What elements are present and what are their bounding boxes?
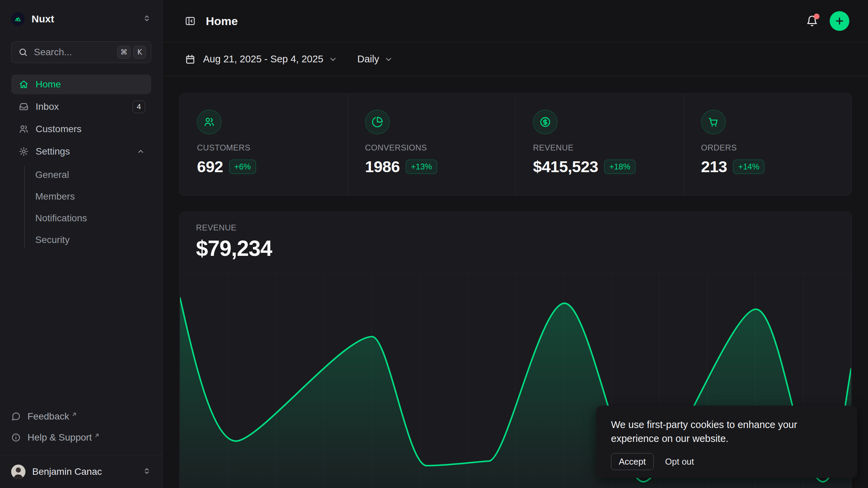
users-icon [19,124,29,134]
opt-out-button[interactable]: Opt out [665,456,694,467]
sidebar-item-label: Home [36,79,145,90]
feedback-label: Feedback [27,411,69,422]
stat-customers[interactable]: CUSTOMERS 692 +6% [180,94,348,195]
message-circle-icon [11,412,21,421]
stat-delta-badge: +18% [604,160,635,174]
sub-item-label: Members [35,191,75,202]
avatar [11,465,25,479]
sidebar-nav: Home Inbox 4 [11,75,151,161]
stat-label: CONVERSIONS [365,143,516,152]
settings-subnav: General Members Notifications Security [11,164,151,251]
sidebar-item-security[interactable]: Security [35,229,151,251]
accept-button[interactable]: Accept [611,453,654,470]
date-range-button[interactable]: Aug 21, 2025 - Sep 4, 2025 [203,54,323,65]
circle-dollar-icon [533,110,557,134]
sidebar-item-general[interactable]: General [35,164,151,186]
collapse-sidebar-icon[interactable] [185,16,196,26]
external-link-icon [71,411,77,418]
stat-label: CUSTOMERS [197,143,348,152]
cookie-message: We use first-party cookies to enhance yo… [611,418,828,446]
nuxt-logo-icon [11,12,25,26]
cookie-banner: We use first-party cookies to enhance yo… [596,406,857,478]
chart-total-value: $79,234 [196,236,851,261]
chevron-up-icon [136,147,145,156]
gear-icon [19,146,29,157]
sidebar-item-label: Inbox [36,101,133,112]
calendar-icon [185,54,196,65]
notification-dot [814,14,820,19]
users-icon [197,110,221,134]
notifications-button[interactable] [804,13,820,29]
info-circle-icon [11,433,21,442]
sidebar-item-members[interactable]: Members [35,186,151,207]
pie-chart-icon [365,110,390,134]
chevron-down-icon[interactable] [328,55,338,64]
sidebar-item-label: Settings [36,146,136,157]
sidebar-item-notifications[interactable]: Notifications [35,207,151,229]
shopping-cart-icon [701,110,726,134]
sidebar-footer: Feedback Help & Support [11,408,151,446]
filter-bar: Aug 21, 2025 - Sep 4, 2025 Daily [163,42,868,76]
sidebar-item-label: Customers [36,124,145,135]
kbd-meta: ⌘ [117,46,131,59]
chevron-down-icon[interactable] [384,55,393,64]
stat-value: 692 [197,157,223,176]
kbd-k: K [133,46,146,59]
external-link-icon [94,432,100,439]
topbar: Home [163,0,868,42]
stat-label: REVENUE [533,143,684,152]
stats-row: CUSTOMERS 692 +6% CONVERSIONS [179,93,852,196]
granularity-select[interactable]: Daily [357,54,379,65]
inbox-count-badge: 4 [133,101,145,113]
sub-item-label: Notifications [35,213,87,224]
sidebar: Nuxt Search... ⌘ K [0,0,163,488]
search-placeholder: Search... [34,47,115,58]
stat-value: 213 [701,157,727,176]
sub-item-label: General [35,169,69,180]
app-window: Nuxt Search... ⌘ K [0,0,868,488]
sidebar-item-settings[interactable]: Settings [11,142,151,161]
stat-orders[interactable]: ORDERS 213 +14% [684,94,852,195]
add-button[interactable] [830,11,849,31]
stat-delta-badge: +6% [229,160,256,174]
sub-item-label: Security [35,235,70,245]
stat-delta-badge: +13% [406,160,437,174]
inbox-icon [19,102,29,112]
home-icon [19,79,29,89]
stat-delta-badge: +14% [733,160,764,174]
search-input[interactable]: Search... ⌘ K [11,41,151,63]
stat-value: $415,523 [533,157,598,176]
user-menu[interactable]: Benjamin Canac [0,455,162,488]
plus-icon [834,16,845,26]
chevron-up-down-icon [142,467,151,477]
stat-revenue[interactable]: REVENUE $415,523 +18% [515,94,684,195]
user-name: Benjamin Canac [32,466,142,477]
sidebar-item-inbox[interactable]: Inbox 4 [11,97,151,117]
chevron-up-down-icon [142,14,151,24]
stat-conversions[interactable]: CONVERSIONS 1986 +13% [348,94,516,195]
help-support-link[interactable]: Help & Support [11,429,151,446]
workspace-name: Nuxt [32,13,142,25]
search-icon [18,47,28,57]
feedback-link[interactable]: Feedback [11,408,151,425]
help-support-label: Help & Support [27,432,92,443]
sidebar-item-customers[interactable]: Customers [11,119,151,139]
sidebar-item-home[interactable]: Home [11,75,151,94]
page-title: Home [206,15,238,28]
stat-label: ORDERS [701,143,852,152]
chart-title: REVENUE [196,223,851,232]
workspace-selector[interactable]: Nuxt [11,9,151,28]
stat-value: 1986 [365,157,400,176]
